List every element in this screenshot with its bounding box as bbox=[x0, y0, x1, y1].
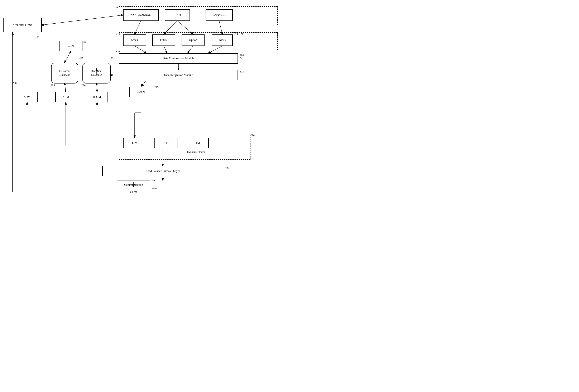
client-label: Client bbox=[130, 190, 137, 194]
itm1-label: ITM bbox=[132, 141, 137, 145]
itm1-box: ITM bbox=[123, 138, 146, 148]
historical-db-box: Historical Database bbox=[82, 63, 111, 83]
label-30: ~30 bbox=[152, 187, 156, 190]
label-211: 211 bbox=[116, 32, 120, 36]
label-231: 231 bbox=[111, 56, 115, 59]
news-box: News bbox=[212, 34, 233, 46]
future-label: Future bbox=[160, 38, 168, 42]
label-228: 228 bbox=[79, 56, 83, 59]
client-box: Client bbox=[117, 187, 150, 196]
label-214: 214 bbox=[234, 32, 238, 36]
news-label: News bbox=[219, 38, 226, 42]
svg-line-2 bbox=[42, 15, 123, 25]
idqm-label: IDQM bbox=[93, 95, 101, 99]
label-226: 226 bbox=[250, 134, 255, 137]
som-box: SOM bbox=[17, 92, 38, 102]
data-compression-box: Data Compression Module bbox=[119, 53, 238, 64]
label-222: 222 bbox=[240, 70, 244, 73]
data-compression-label: Data Compression Module bbox=[163, 57, 194, 60]
svg-line-29 bbox=[65, 51, 71, 62]
abm-box: ABM bbox=[55, 92, 76, 102]
diagram: Securities Firms NYSE/NASDAQ CBOT CNN/BB… bbox=[0, 0, 290, 196]
label-224: 224 bbox=[81, 83, 85, 87]
label-62: 62- bbox=[116, 5, 119, 8]
itm2-label: ITM bbox=[163, 141, 169, 145]
nyse-nasdaq-label: NYSE/NASDAQ bbox=[131, 13, 151, 17]
label-230: 230 bbox=[12, 81, 17, 85]
option-label: Option bbox=[189, 38, 197, 42]
stock-box: Stock bbox=[123, 34, 146, 46]
rdbm-box: RDBM bbox=[129, 87, 152, 97]
securities-firms-box: Securities Firms bbox=[3, 18, 42, 32]
data-integration-box: Data Integration Module bbox=[119, 70, 238, 80]
label-63: 63 bbox=[37, 35, 39, 39]
label-227: ~227 bbox=[225, 166, 231, 169]
nyse-nasdaq-box: NYSE/NASDAQ bbox=[123, 9, 159, 21]
itm2-box: ITM bbox=[154, 138, 177, 148]
svg-line-11 bbox=[142, 80, 146, 86]
cbot-box: CBOT bbox=[165, 9, 190, 21]
rdbm-label: RDBM bbox=[137, 90, 145, 94]
cbot-label: CBOT bbox=[173, 13, 181, 17]
itm-server-farm-label: ITM Server Farm bbox=[186, 150, 205, 154]
abm-label: ABM bbox=[62, 95, 69, 99]
idqm-box: IDQM bbox=[87, 92, 107, 102]
load-balance-label: Load Balance Firewall Layer bbox=[146, 169, 180, 173]
load-balance-box: Load Balance Firewall Layer bbox=[102, 166, 223, 176]
label-212: 212 bbox=[116, 49, 120, 52]
customer-db-box: Customer Database bbox=[51, 63, 78, 83]
future-box: Future bbox=[152, 34, 175, 46]
option-box: Option bbox=[182, 34, 205, 46]
cnn-bbc-box: CNN/BBC bbox=[206, 9, 233, 21]
svg-line-30 bbox=[65, 83, 66, 91]
som-label: SOM bbox=[24, 95, 30, 99]
label-223: 223 bbox=[154, 85, 159, 89]
label-25: ~25 bbox=[151, 179, 155, 183]
securities-firms-label: Securities Firms bbox=[13, 23, 32, 27]
svg-line-31 bbox=[97, 83, 97, 91]
cnn-bbc-label: CNN/BBC bbox=[213, 13, 225, 17]
label-221: 221 bbox=[240, 56, 244, 60]
label-225: 225 bbox=[51, 83, 55, 87]
itm3-box: ITM bbox=[186, 138, 209, 148]
customer-db-label: Customer Database bbox=[59, 69, 70, 77]
label-21: -21 bbox=[240, 32, 243, 36]
label-213: 213 bbox=[240, 53, 244, 57]
crm-box: CRM bbox=[60, 41, 82, 51]
itm3-label: ITM bbox=[195, 141, 200, 145]
data-integration-label: Data Integration Module bbox=[164, 73, 193, 77]
stock-label: Stock bbox=[131, 38, 138, 42]
crm-label: CRM bbox=[68, 44, 74, 48]
label-229: 229 bbox=[82, 41, 87, 44]
historical-db-label: Historical Database bbox=[91, 69, 102, 77]
